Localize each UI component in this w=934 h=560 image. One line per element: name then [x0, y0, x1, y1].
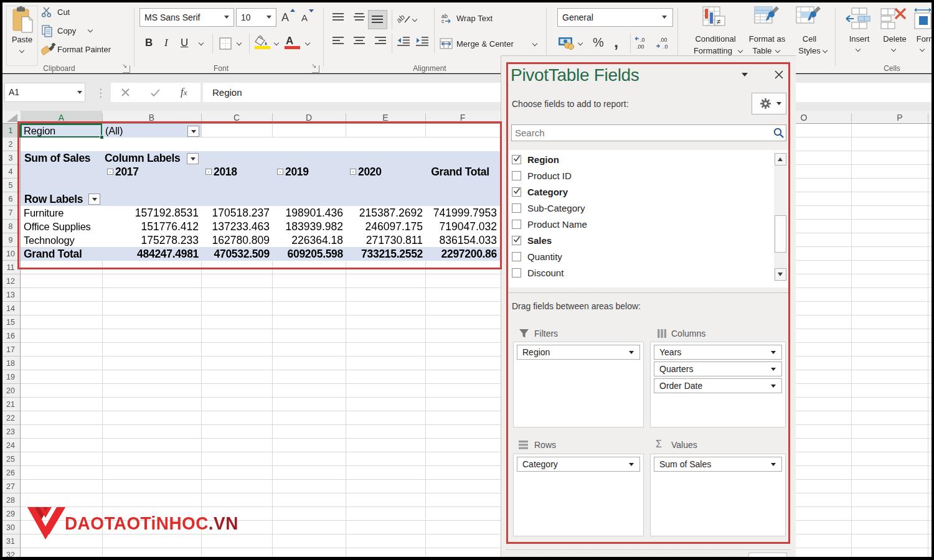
svg-text:.00: .00: [659, 37, 667, 43]
svg-text:.0: .0: [640, 37, 645, 43]
svg-text:.0: .0: [663, 44, 668, 50]
svg-text:.00: .00: [636, 44, 644, 50]
svg-text:ab: ab: [397, 12, 407, 25]
svg-text:≠: ≠: [717, 17, 721, 26]
svg-text:c: c: [441, 18, 445, 24]
